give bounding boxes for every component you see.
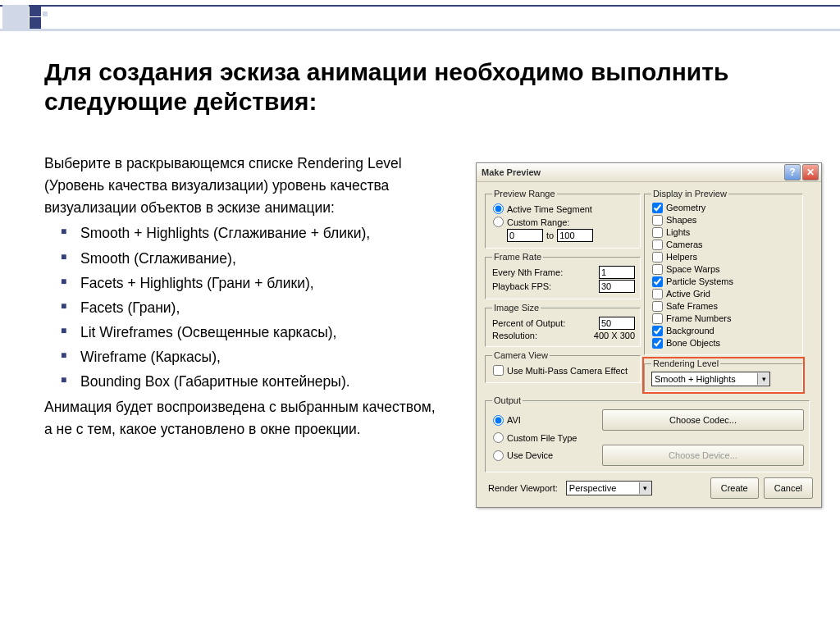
custom-range-radio[interactable] xyxy=(493,217,504,227)
display-item: Safe Frames xyxy=(651,300,797,313)
dialog-title: Make Preview xyxy=(482,167,783,177)
display-checkbox[interactable] xyxy=(652,215,663,226)
viewport-dropdown[interactable]: Perspective ▾ xyxy=(566,481,652,495)
custom-file-label: Custom File Type xyxy=(507,433,577,443)
display-checkbox[interactable] xyxy=(652,264,663,275)
use-device-radio[interactable] xyxy=(493,450,504,461)
display-item: Shapes xyxy=(651,214,797,226)
help-icon[interactable]: ? xyxy=(784,164,801,180)
nth-label: Every Nth Frame: xyxy=(492,267,563,277)
chevron-down-icon: ▾ xyxy=(639,482,651,494)
fps-label: Playback FPS: xyxy=(492,281,551,291)
rendering-level-legend: Rendering Level xyxy=(651,358,720,368)
chevron-down-icon: ▾ xyxy=(757,373,769,385)
display-item: Frame Numbers xyxy=(651,313,797,325)
display-item-label: Active Grid xyxy=(666,288,710,300)
choose-device-button[interactable]: Choose Device... xyxy=(602,445,804,466)
outro-text: Анимация будет воспроизведена с выбранны… xyxy=(44,396,446,441)
bullet-item: Lit Wireframes (Освещенные каркасы), xyxy=(44,322,446,344)
display-checkbox[interactable] xyxy=(652,240,663,250)
preview-range-group: Preview Range Active Time Segment Custom… xyxy=(485,189,641,249)
display-checkbox[interactable] xyxy=(652,289,663,299)
multipass-label: Use Multi-Pass Camera Effect xyxy=(507,366,628,376)
display-item: Background xyxy=(651,325,797,337)
camera-view-group: Camera View Use Multi-Pass Camera Effect xyxy=(485,350,641,383)
display-checkbox[interactable] xyxy=(652,227,663,238)
frame-rate-group: Frame Rate Every Nth Frame: Playback FPS… xyxy=(485,252,641,299)
display-item-label: Space Warps xyxy=(666,263,720,276)
avi-radio[interactable] xyxy=(493,415,504,426)
display-item-label: Bone Objects xyxy=(666,337,720,349)
image-size-group: Image Size Percent of Output: Resolution… xyxy=(485,303,641,347)
use-device-label: Use Device xyxy=(507,450,553,460)
preview-range-legend: Preview Range xyxy=(492,189,557,199)
display-item: Active Grid xyxy=(651,288,797,300)
nth-input[interactable] xyxy=(599,266,635,279)
range-to-input[interactable] xyxy=(557,229,593,242)
percent-label: Percent of Output: xyxy=(492,318,565,328)
custom-file-radio[interactable] xyxy=(493,432,504,443)
rendering-level-group: Rendering Level Smooth + Highlights ▾ xyxy=(644,358,803,392)
range-from-input[interactable] xyxy=(507,229,543,242)
output-group: Output AVI Choose Codec... Custom File T… xyxy=(485,395,810,472)
display-item-label: Shapes xyxy=(666,214,696,226)
res-value: 400 X 300 xyxy=(594,331,635,340)
viewport-value: Perspective xyxy=(569,483,616,493)
display-item: Lights xyxy=(651,226,797,239)
close-icon[interactable]: ✕ xyxy=(802,164,819,180)
display-checkbox[interactable] xyxy=(652,326,663,336)
display-checkbox[interactable] xyxy=(652,252,663,262)
rendering-level-dropdown[interactable]: Smooth + Highlights ▾ xyxy=(651,372,770,386)
bullet-item: Bounding Box (Габаритные контейнеры). xyxy=(44,371,446,393)
display-item-label: Safe Frames xyxy=(666,300,718,313)
create-button[interactable]: Create xyxy=(710,477,759,499)
image-size-legend: Image Size xyxy=(492,303,541,313)
display-item-label: Lights xyxy=(666,226,690,239)
dialog-footer: Render Viewport: Perspective ▾ Create Ca… xyxy=(483,474,815,505)
fps-input[interactable] xyxy=(599,280,635,293)
display-item: Space Warps xyxy=(651,263,797,276)
bullet-list: Smooth + Highlights (Сглаживание + блики… xyxy=(44,222,446,393)
bullet-item: Smooth (Сглаживание), xyxy=(44,248,446,270)
display-item: Helpers xyxy=(651,251,797,263)
output-legend: Output xyxy=(492,395,523,405)
slide-decor xyxy=(0,0,840,33)
display-item-label: Geometry xyxy=(666,202,705,214)
bullet-item: Facets + Highlights (Грани + блики), xyxy=(44,272,446,294)
display-item: Cameras xyxy=(651,239,797,251)
active-time-label: Active Time Segment xyxy=(507,204,592,214)
display-item-label: Particle Systems xyxy=(666,276,733,288)
display-item: Geometry xyxy=(651,202,797,214)
display-legend: Display in Preview xyxy=(651,189,728,199)
titlebar: Make Preview ? ✕ xyxy=(477,163,821,182)
display-item: Particle Systems xyxy=(651,276,797,288)
display-item-label: Frame Numbers xyxy=(666,313,731,325)
intro-text: Выберите в раскрывающемся списке Renderi… xyxy=(44,155,402,216)
res-label: Resolution: xyxy=(492,331,537,340)
display-group: Display in Preview GeometryShapesLightsC… xyxy=(644,189,803,355)
display-checkbox[interactable] xyxy=(652,313,663,324)
cancel-button[interactable]: Cancel xyxy=(764,477,813,499)
bullet-item: Smooth + Highlights (Сглаживание + блики… xyxy=(44,222,446,244)
display-item: Bone Objects xyxy=(651,337,797,349)
display-item-label: Background xyxy=(666,325,714,337)
avi-label: AVI xyxy=(507,415,521,425)
range-to-label: to xyxy=(546,231,554,240)
display-item-label: Helpers xyxy=(666,251,697,263)
display-checkbox[interactable] xyxy=(652,301,663,312)
display-checkbox[interactable] xyxy=(652,338,663,349)
viewport-label: Render Viewport: xyxy=(488,483,558,493)
body-text: Выберите в раскрывающемся списке Renderi… xyxy=(44,153,446,445)
slide-title: Для создания эскиза анимации необходимо … xyxy=(44,57,799,116)
display-checkbox[interactable] xyxy=(652,276,663,287)
display-checkbox[interactable] xyxy=(652,203,663,213)
choose-codec-button[interactable]: Choose Codec... xyxy=(602,409,804,431)
display-item-label: Cameras xyxy=(666,239,703,251)
camera-view-legend: Camera View xyxy=(492,350,550,360)
active-time-radio[interactable] xyxy=(493,203,504,214)
rendering-level-value: Smooth + Highlights xyxy=(655,374,736,384)
custom-range-label: Custom Range: xyxy=(507,217,569,227)
make-preview-dialog: Make Preview ? ✕ Preview Range Active Ti… xyxy=(476,162,822,508)
multipass-checkbox[interactable] xyxy=(493,365,504,376)
percent-input[interactable] xyxy=(599,317,635,330)
